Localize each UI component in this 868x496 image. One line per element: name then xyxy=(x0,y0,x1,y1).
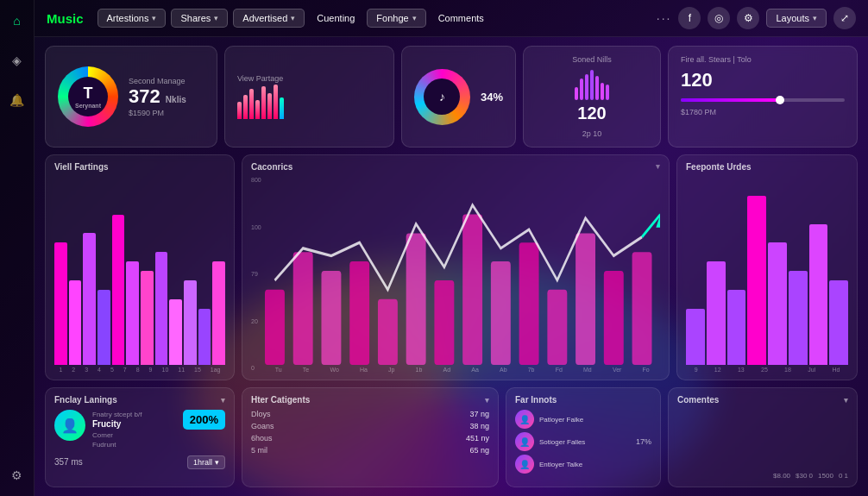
x-label: 10 xyxy=(161,367,168,373)
x-label: 12 xyxy=(714,367,721,373)
list-item: Dloys37 ng xyxy=(251,410,489,418)
nav-fonhge[interactable]: Fonhge ▾ xyxy=(367,9,425,28)
slider-fill xyxy=(681,98,779,102)
nav-cuenting[interactable]: Cuenting xyxy=(310,9,362,27)
slider-track[interactable] xyxy=(681,98,845,102)
chevron-down-icon: ▾ xyxy=(152,14,156,22)
chevron-down-icon[interactable]: ▾ xyxy=(485,396,489,405)
chevron-down-icon[interactable]: ▾ xyxy=(844,396,848,405)
bar xyxy=(198,309,211,365)
header-right: ··· f ◎ ⚙ Layouts ▾ ⤢ xyxy=(657,7,856,29)
svg-rect-1 xyxy=(292,252,312,365)
bar xyxy=(141,271,154,365)
chart-caconrics: Caconrics ▾ 800 100 79 20 0 xyxy=(242,154,670,380)
x-label: Te xyxy=(303,367,309,373)
bar xyxy=(809,224,828,366)
x-label: 7 xyxy=(123,367,127,373)
chart-right-xlabels: 912132518JulHd xyxy=(686,367,848,373)
chevron-down-icon: ▾ xyxy=(214,14,218,22)
slider-container[interactable] xyxy=(681,98,845,102)
svg-rect-4 xyxy=(378,299,398,365)
nav-shares[interactable]: Shares ▾ xyxy=(171,9,228,28)
mid-chart-svg xyxy=(265,177,660,365)
bottom-row: Fnclay Lanings ▾ 👤 Fnatry stcept b/f Fru… xyxy=(45,387,858,487)
mini-bar xyxy=(261,86,266,119)
svg-rect-10 xyxy=(547,290,567,365)
sound-bar xyxy=(575,87,578,100)
chart-right-bars xyxy=(686,177,848,365)
donut-inner-t: T Serynant xyxy=(68,77,108,116)
layouts-button[interactable]: Layouts ▾ xyxy=(766,9,827,28)
charts-row: Viell Fartings 123457891011151ag Caconri… xyxy=(45,154,858,380)
sidebar-item-bell[interactable]: 🔔 xyxy=(5,88,29,112)
sidebar-item-home[interactable]: ⌂ xyxy=(5,9,29,33)
mini-bar-highlight xyxy=(280,97,284,119)
bar xyxy=(155,252,168,365)
stat-card-second-manage: T Serynant Second Manage 372 Nklis $1590… xyxy=(45,46,217,148)
finday-bottom: 357 ms 1hrall ▾ xyxy=(54,455,225,469)
gear-icon[interactable]: ⚙ xyxy=(737,7,759,29)
svg-rect-6 xyxy=(434,280,454,365)
stat-card-pct: ♪ 34% xyxy=(401,46,516,148)
x-label: 1b xyxy=(416,367,423,373)
x-label: Jp xyxy=(388,367,394,373)
nav-comments[interactable]: Comments xyxy=(431,9,491,27)
sidebar: ⌂ ◈ 🔔 ⚙ xyxy=(0,0,35,496)
x-label: 11 xyxy=(178,367,185,373)
header-dots: ··· xyxy=(657,11,672,25)
svg-rect-3 xyxy=(349,261,369,365)
y-labels: 800 100 79 20 0 xyxy=(251,177,261,373)
chart-mid-area: 800 100 79 20 0 xyxy=(251,177,660,373)
innot-text: Patloyer Falke xyxy=(539,416,646,424)
comments-value-label: 0 1 xyxy=(839,472,848,480)
x-label: Fd xyxy=(556,367,563,373)
comments-value-label: $8.00 xyxy=(773,472,790,480)
finday-info: Fnatry stcept b/f Frucity Comer Fudrunt xyxy=(92,410,176,450)
sidebar-item-settings[interactable]: ⚙ xyxy=(5,463,29,487)
expand-icon[interactable]: ⤢ xyxy=(833,7,856,29)
svg-rect-7 xyxy=(462,215,482,365)
mini-bar xyxy=(237,102,242,119)
bar xyxy=(768,242,787,365)
nav-artestions[interactable]: Artestions ▾ xyxy=(97,9,167,28)
x-label: Aa xyxy=(471,367,479,373)
stats-row: T Serynant Second Manage 372 Nklis $1590… xyxy=(45,46,858,148)
sound-bar xyxy=(580,78,583,100)
bar xyxy=(169,299,182,365)
innot-text: Sotioger Falles xyxy=(539,438,631,446)
svg-rect-2 xyxy=(321,271,341,365)
donut-ring-music: ♪ xyxy=(414,69,470,125)
svg-rect-12 xyxy=(604,271,624,365)
list-item: 5 mil65 ng xyxy=(251,446,489,455)
chevron-down-icon: ▾ xyxy=(215,458,219,467)
sidebar-item-share[interactable]: ◈ xyxy=(5,48,29,72)
instagram-icon[interactable]: ◎ xyxy=(708,7,730,29)
category-list: Dloys37 ngGoans38 ng6hous451 ny5 mil65 n… xyxy=(251,410,489,455)
comments-value-label: 1500 xyxy=(818,472,833,480)
list-item: Goans38 ng xyxy=(251,422,489,430)
donut-inner-music: ♪ xyxy=(424,78,460,115)
chart-viell-fartings: Viell Fartings 123457891011151ag xyxy=(45,154,235,380)
x-label: 18 xyxy=(784,367,791,373)
x-label: 8 xyxy=(136,367,140,373)
comments-bars xyxy=(677,410,848,470)
bar xyxy=(727,290,746,365)
x-label: Ha xyxy=(360,367,368,373)
x-label: 25 xyxy=(761,367,768,373)
chart-feeponte: Feeponte Urdes 912132518JulHd xyxy=(676,154,858,380)
x-label: 9 xyxy=(149,367,153,373)
innot-list: 👤 Patloyer Falke 👤 Sotioger Falles 17% 👤… xyxy=(515,410,651,474)
chevron-down-icon[interactable]: ▾ xyxy=(221,396,225,405)
facebook-icon[interactable]: f xyxy=(678,7,701,29)
comments-labels: $8.00$30 015000 1 xyxy=(677,472,848,480)
comments-value-label: $30 0 xyxy=(796,472,813,480)
slider-thumb[interactable] xyxy=(776,96,784,104)
x-label: Ab xyxy=(500,367,507,373)
mini-bar xyxy=(255,100,260,119)
mini-bar xyxy=(267,93,272,119)
chart-left-bars xyxy=(54,177,225,365)
bar xyxy=(789,271,808,365)
bar xyxy=(126,261,139,365)
nav-advertised[interactable]: Advertised ▾ xyxy=(233,9,305,28)
finday-dropdown[interactable]: 1hrall ▾ xyxy=(187,455,225,469)
